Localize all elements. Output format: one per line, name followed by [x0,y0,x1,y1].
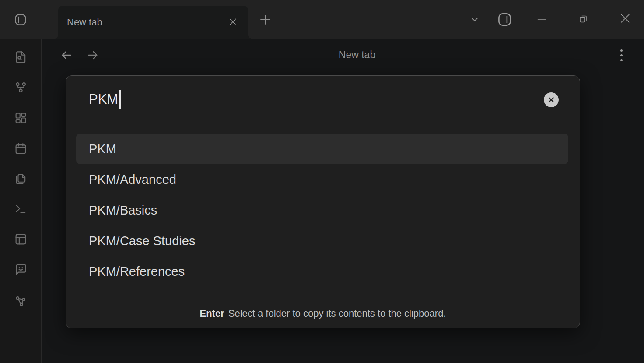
file-search-icon [14,51,27,63]
enter-key-hint: Enter [200,308,224,319]
new-tab-button[interactable] [257,12,273,28]
right-sidebar-toggle-button[interactable] [497,11,513,28]
dashboard-button[interactable] [11,108,30,127]
folder-suggestion-modal: PKM PKMPKM/AdvancedPKM/BasicsPKM/Case St… [66,75,580,328]
list-item-label: PKM/Case Studies [89,234,195,248]
search-row[interactable]: PKM [66,76,580,123]
more-options-button[interactable] [615,45,627,66]
arrow-right-icon [86,48,100,62]
feedback-button[interactable] [11,260,30,279]
list-item-label: PKM/References [89,264,185,279]
list-item[interactable]: PKM/Advanced [66,164,580,195]
navigate-back-button[interactable] [59,47,74,63]
text-caret [119,90,121,109]
left-sidebar-toggle-button[interactable] [13,12,28,28]
calendar-button[interactable] [11,139,30,158]
close-icon [619,12,631,25]
navigate-forward-button[interactable] [85,47,101,63]
close-icon [227,16,238,28]
list-item[interactable]: PKM/Basics [66,195,580,226]
view-title: New tab [270,49,444,61]
list-item-label: PKM [89,142,116,156]
x-circle-icon [548,96,555,103]
terminal-icon [14,203,27,215]
kebab-dot [620,49,623,52]
ribbon-sidebar [0,39,42,363]
panel-layout-button[interactable] [11,229,30,249]
list-item-label: PKM/Basics [89,203,157,218]
graph-network-icon [14,295,27,307]
search-input[interactable]: PKM [89,92,118,107]
files-icon [14,173,27,185]
tab-list-chevron-button[interactable] [469,14,480,25]
file-search-button[interactable] [11,47,30,67]
minimize-button[interactable] [536,14,547,25]
restore-button[interactable] [578,14,589,24]
git-fork-icon [14,81,27,94]
clear-search-button[interactable] [544,92,559,107]
modal-footer: Enter Select a folder to copy its conten… [66,299,580,328]
window-close-button[interactable] [619,12,631,25]
tab-title: New tab [67,17,102,28]
kebab-dot [620,59,623,61]
plus-icon [259,13,272,26]
arrow-left-icon [60,48,74,62]
layout-dashboard-icon [14,112,27,124]
list-item[interactable]: PKM/References [66,256,580,287]
titlebar: New tab [0,0,644,39]
layout-panel-icon [14,233,27,246]
message-smiley-icon [14,263,27,276]
tab-close-button[interactable] [226,15,239,28]
panel-left-icon [14,13,28,27]
list-item[interactable]: PKM/Case Studies [66,226,580,256]
graph-fork-button[interactable] [11,78,30,97]
restore-icon [578,14,589,24]
graph-network-button[interactable] [11,291,30,310]
list-item-label: PKM/Advanced [89,173,176,187]
terminal-button[interactable] [11,199,30,219]
tab-new-tab[interactable]: New tab [58,6,248,39]
files-copy-button[interactable] [11,169,30,188]
minimize-icon [536,14,547,25]
list-item[interactable]: PKM [76,134,568,164]
kebab-dot [620,54,623,56]
results-list: PKMPKM/AdvancedPKM/BasicsPKM/Case Studie… [66,123,580,287]
calendar-icon [14,142,27,155]
chevron-down-icon [469,14,480,25]
footer-instruction: Select a folder to copy its contents to … [228,308,446,319]
panel-right-icon [497,11,513,28]
